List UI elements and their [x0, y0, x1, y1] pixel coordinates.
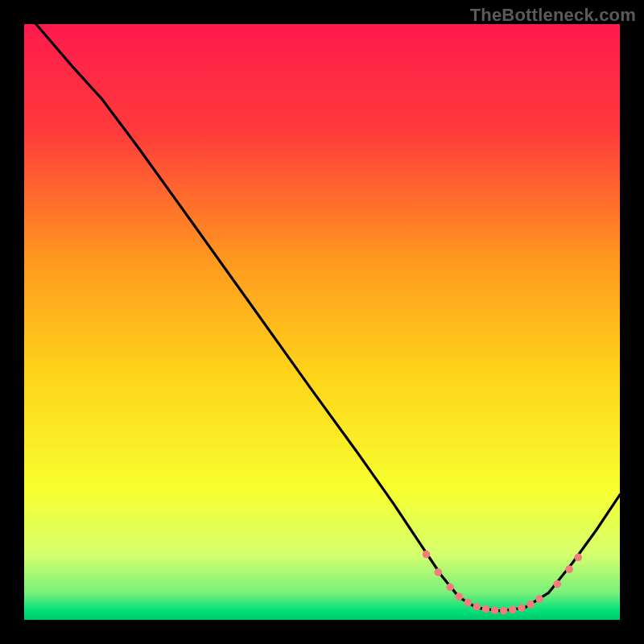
chart-stage: TheBottleneck.com	[0, 0, 644, 644]
data-marker	[491, 606, 499, 614]
data-marker	[535, 595, 543, 603]
data-marker	[500, 607, 508, 615]
data-marker	[455, 592, 463, 601]
data-marker	[434, 568, 442, 576]
data-marker	[518, 604, 526, 612]
data-marker	[482, 605, 490, 613]
data-marker	[473, 603, 481, 611]
chart-svg	[24, 24, 620, 620]
data-marker	[526, 601, 535, 609]
plot-area	[24, 24, 620, 620]
data-marker	[574, 553, 582, 561]
data-marker	[565, 565, 573, 573]
data-marker	[446, 583, 454, 591]
data-marker	[553, 580, 561, 588]
data-marker	[509, 606, 517, 614]
data-marker	[464, 599, 472, 607]
data-marker	[423, 551, 431, 559]
attribution-label: TheBottleneck.com	[470, 5, 636, 26]
